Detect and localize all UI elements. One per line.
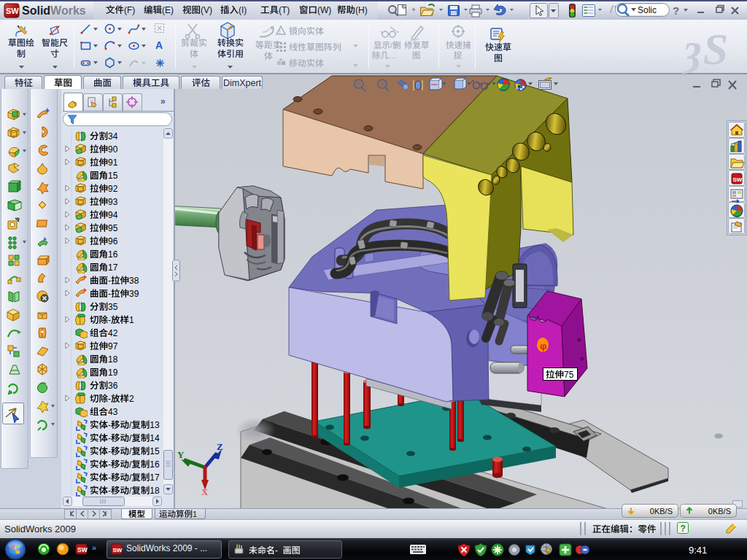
svg-text:SolidWorks: SolidWorks — [22, 4, 86, 17]
svg-text:75: 75 — [564, 370, 574, 380]
svg-text:(I): (I) — [239, 5, 247, 15]
svg-text:SW: SW — [113, 547, 123, 553]
svg-text:Solic: Solic — [638, 5, 657, 15]
svg-text:?: ? — [673, 4, 679, 17]
svg-text:(F): (F) — [124, 5, 135, 15]
svg-text:Y: Y — [177, 449, 185, 460]
svg-text:!: ! — [279, 28, 281, 35]
svg-text:SW: SW — [6, 7, 19, 15]
svg-text:(T): (T) — [279, 5, 290, 15]
svg-text:1: 1 — [193, 510, 197, 518]
svg-text:39: 39 — [129, 289, 139, 299]
svg-text:(H): (H) — [355, 5, 368, 15]
svg-text:SW: SW — [77, 546, 88, 553]
svg-text:?: ? — [681, 524, 686, 534]
svg-text:2: 2 — [129, 394, 134, 404]
svg-text:φ: φ — [540, 341, 546, 351]
svg-text:1: 1 — [129, 315, 134, 325]
svg-text:9:41: 9:41 — [689, 545, 707, 556]
svg-text:X: X — [201, 486, 209, 497]
svg-text:(V): (V) — [201, 5, 212, 15]
svg-text:18: 18 — [150, 486, 160, 496]
svg-text:0KB/S: 0KB/S — [708, 507, 731, 516]
svg-text:-: - — [275, 545, 278, 556]
svg-text:A: A — [155, 39, 163, 51]
svg-text:...: ... — [389, 51, 396, 60]
svg-text:SW: SW — [733, 176, 743, 183]
svg-text:(E): (E) — [162, 5, 174, 15]
svg-text:»: » — [92, 543, 96, 552]
svg-text:(W): (W) — [317, 5, 331, 15]
svg-text:-: - — [108, 486, 111, 496]
svg-text:0KB/S: 0KB/S — [650, 507, 673, 516]
svg-text:Z: Z — [217, 441, 223, 452]
